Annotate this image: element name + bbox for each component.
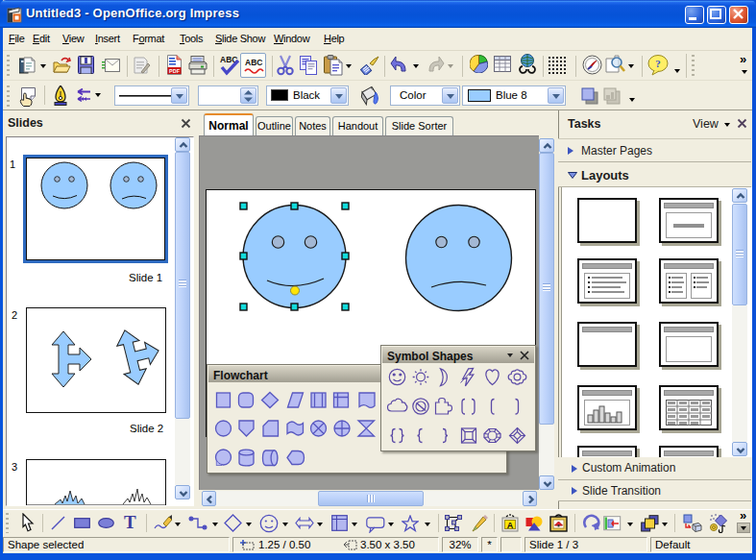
svg-text:PDF: PDF [169, 68, 181, 74]
svg-text:?: ? [655, 58, 661, 69]
svg-text:ABC: ABC [245, 58, 262, 67]
svg-text:A: A [507, 521, 514, 530]
